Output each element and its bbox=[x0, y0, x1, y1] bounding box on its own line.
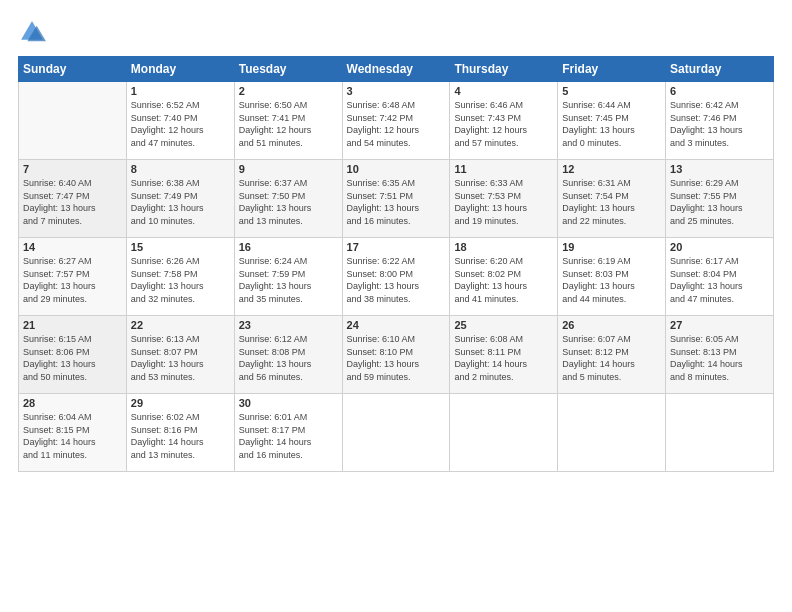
calendar-cell: 23Sunrise: 6:12 AMSunset: 8:08 PMDayligh… bbox=[234, 316, 342, 394]
day-number: 6 bbox=[670, 85, 769, 97]
calendar-weekday-monday: Monday bbox=[126, 57, 234, 82]
calendar-cell: 2Sunrise: 6:50 AMSunset: 7:41 PMDaylight… bbox=[234, 82, 342, 160]
day-number: 23 bbox=[239, 319, 338, 331]
calendar-cell: 5Sunrise: 6:44 AMSunset: 7:45 PMDaylight… bbox=[558, 82, 666, 160]
day-number: 7 bbox=[23, 163, 122, 175]
calendar-cell: 11Sunrise: 6:33 AMSunset: 7:53 PMDayligh… bbox=[450, 160, 558, 238]
day-number: 19 bbox=[562, 241, 661, 253]
day-info: Sunrise: 6:35 AMSunset: 7:51 PMDaylight:… bbox=[347, 177, 446, 227]
calendar-cell: 30Sunrise: 6:01 AMSunset: 8:17 PMDayligh… bbox=[234, 394, 342, 472]
day-info: Sunrise: 6:07 AMSunset: 8:12 PMDaylight:… bbox=[562, 333, 661, 383]
calendar-table: SundayMondayTuesdayWednesdayThursdayFrid… bbox=[18, 56, 774, 472]
calendar-cell bbox=[666, 394, 774, 472]
calendar-header-row: SundayMondayTuesdayWednesdayThursdayFrid… bbox=[19, 57, 774, 82]
calendar-week-row: 7Sunrise: 6:40 AMSunset: 7:47 PMDaylight… bbox=[19, 160, 774, 238]
day-number: 30 bbox=[239, 397, 338, 409]
day-info: Sunrise: 6:13 AMSunset: 8:07 PMDaylight:… bbox=[131, 333, 230, 383]
day-info: Sunrise: 6:17 AMSunset: 8:04 PMDaylight:… bbox=[670, 255, 769, 305]
calendar-cell: 6Sunrise: 6:42 AMSunset: 7:46 PMDaylight… bbox=[666, 82, 774, 160]
day-number: 18 bbox=[454, 241, 553, 253]
day-info: Sunrise: 6:31 AMSunset: 7:54 PMDaylight:… bbox=[562, 177, 661, 227]
calendar-weekday-wednesday: Wednesday bbox=[342, 57, 450, 82]
calendar-cell: 3Sunrise: 6:48 AMSunset: 7:42 PMDaylight… bbox=[342, 82, 450, 160]
calendar-cell: 24Sunrise: 6:10 AMSunset: 8:10 PMDayligh… bbox=[342, 316, 450, 394]
day-info: Sunrise: 6:20 AMSunset: 8:02 PMDaylight:… bbox=[454, 255, 553, 305]
day-info: Sunrise: 6:27 AMSunset: 7:57 PMDaylight:… bbox=[23, 255, 122, 305]
day-info: Sunrise: 6:42 AMSunset: 7:46 PMDaylight:… bbox=[670, 99, 769, 149]
day-number: 14 bbox=[23, 241, 122, 253]
header bbox=[18, 18, 774, 46]
day-number: 8 bbox=[131, 163, 230, 175]
day-number: 1 bbox=[131, 85, 230, 97]
calendar-cell: 13Sunrise: 6:29 AMSunset: 7:55 PMDayligh… bbox=[666, 160, 774, 238]
calendar-week-row: 28Sunrise: 6:04 AMSunset: 8:15 PMDayligh… bbox=[19, 394, 774, 472]
calendar-cell: 27Sunrise: 6:05 AMSunset: 8:13 PMDayligh… bbox=[666, 316, 774, 394]
calendar-week-row: 21Sunrise: 6:15 AMSunset: 8:06 PMDayligh… bbox=[19, 316, 774, 394]
day-number: 16 bbox=[239, 241, 338, 253]
day-number: 25 bbox=[454, 319, 553, 331]
day-info: Sunrise: 6:10 AMSunset: 8:10 PMDaylight:… bbox=[347, 333, 446, 383]
calendar-cell: 8Sunrise: 6:38 AMSunset: 7:49 PMDaylight… bbox=[126, 160, 234, 238]
calendar-cell: 16Sunrise: 6:24 AMSunset: 7:59 PMDayligh… bbox=[234, 238, 342, 316]
day-info: Sunrise: 6:40 AMSunset: 7:47 PMDaylight:… bbox=[23, 177, 122, 227]
day-number: 26 bbox=[562, 319, 661, 331]
day-info: Sunrise: 6:05 AMSunset: 8:13 PMDaylight:… bbox=[670, 333, 769, 383]
day-info: Sunrise: 6:50 AMSunset: 7:41 PMDaylight:… bbox=[239, 99, 338, 149]
day-number: 5 bbox=[562, 85, 661, 97]
calendar-cell: 12Sunrise: 6:31 AMSunset: 7:54 PMDayligh… bbox=[558, 160, 666, 238]
day-info: Sunrise: 6:15 AMSunset: 8:06 PMDaylight:… bbox=[23, 333, 122, 383]
day-info: Sunrise: 6:08 AMSunset: 8:11 PMDaylight:… bbox=[454, 333, 553, 383]
calendar-weekday-sunday: Sunday bbox=[19, 57, 127, 82]
day-info: Sunrise: 6:19 AMSunset: 8:03 PMDaylight:… bbox=[562, 255, 661, 305]
calendar-weekday-thursday: Thursday bbox=[450, 57, 558, 82]
day-info: Sunrise: 6:37 AMSunset: 7:50 PMDaylight:… bbox=[239, 177, 338, 227]
day-info: Sunrise: 6:24 AMSunset: 7:59 PMDaylight:… bbox=[239, 255, 338, 305]
day-info: Sunrise: 6:46 AMSunset: 7:43 PMDaylight:… bbox=[454, 99, 553, 149]
calendar-cell bbox=[558, 394, 666, 472]
calendar-cell: 1Sunrise: 6:52 AMSunset: 7:40 PMDaylight… bbox=[126, 82, 234, 160]
day-info: Sunrise: 6:01 AMSunset: 8:17 PMDaylight:… bbox=[239, 411, 338, 461]
calendar-cell: 25Sunrise: 6:08 AMSunset: 8:11 PMDayligh… bbox=[450, 316, 558, 394]
calendar-cell: 20Sunrise: 6:17 AMSunset: 8:04 PMDayligh… bbox=[666, 238, 774, 316]
calendar-week-row: 14Sunrise: 6:27 AMSunset: 7:57 PMDayligh… bbox=[19, 238, 774, 316]
day-number: 21 bbox=[23, 319, 122, 331]
day-number: 20 bbox=[670, 241, 769, 253]
calendar-cell: 21Sunrise: 6:15 AMSunset: 8:06 PMDayligh… bbox=[19, 316, 127, 394]
day-number: 13 bbox=[670, 163, 769, 175]
calendar-cell: 4Sunrise: 6:46 AMSunset: 7:43 PMDaylight… bbox=[450, 82, 558, 160]
day-info: Sunrise: 6:22 AMSunset: 8:00 PMDaylight:… bbox=[347, 255, 446, 305]
day-info: Sunrise: 6:52 AMSunset: 7:40 PMDaylight:… bbox=[131, 99, 230, 149]
day-number: 22 bbox=[131, 319, 230, 331]
day-info: Sunrise: 6:04 AMSunset: 8:15 PMDaylight:… bbox=[23, 411, 122, 461]
day-info: Sunrise: 6:48 AMSunset: 7:42 PMDaylight:… bbox=[347, 99, 446, 149]
calendar-cell: 28Sunrise: 6:04 AMSunset: 8:15 PMDayligh… bbox=[19, 394, 127, 472]
day-number: 29 bbox=[131, 397, 230, 409]
calendar-cell: 26Sunrise: 6:07 AMSunset: 8:12 PMDayligh… bbox=[558, 316, 666, 394]
calendar-cell bbox=[450, 394, 558, 472]
day-number: 3 bbox=[347, 85, 446, 97]
logo-icon bbox=[18, 18, 46, 46]
day-number: 24 bbox=[347, 319, 446, 331]
day-number: 11 bbox=[454, 163, 553, 175]
calendar-cell: 7Sunrise: 6:40 AMSunset: 7:47 PMDaylight… bbox=[19, 160, 127, 238]
day-info: Sunrise: 6:44 AMSunset: 7:45 PMDaylight:… bbox=[562, 99, 661, 149]
day-number: 4 bbox=[454, 85, 553, 97]
calendar-cell: 15Sunrise: 6:26 AMSunset: 7:58 PMDayligh… bbox=[126, 238, 234, 316]
calendar-cell: 10Sunrise: 6:35 AMSunset: 7:51 PMDayligh… bbox=[342, 160, 450, 238]
calendar-cell: 29Sunrise: 6:02 AMSunset: 8:16 PMDayligh… bbox=[126, 394, 234, 472]
day-info: Sunrise: 6:02 AMSunset: 8:16 PMDaylight:… bbox=[131, 411, 230, 461]
day-number: 28 bbox=[23, 397, 122, 409]
day-info: Sunrise: 6:26 AMSunset: 7:58 PMDaylight:… bbox=[131, 255, 230, 305]
page: SundayMondayTuesdayWednesdayThursdayFrid… bbox=[0, 0, 792, 612]
calendar-cell: 14Sunrise: 6:27 AMSunset: 7:57 PMDayligh… bbox=[19, 238, 127, 316]
day-info: Sunrise: 6:29 AMSunset: 7:55 PMDaylight:… bbox=[670, 177, 769, 227]
calendar-cell: 22Sunrise: 6:13 AMSunset: 8:07 PMDayligh… bbox=[126, 316, 234, 394]
day-number: 12 bbox=[562, 163, 661, 175]
day-info: Sunrise: 6:33 AMSunset: 7:53 PMDaylight:… bbox=[454, 177, 553, 227]
day-number: 9 bbox=[239, 163, 338, 175]
day-info: Sunrise: 6:12 AMSunset: 8:08 PMDaylight:… bbox=[239, 333, 338, 383]
calendar-cell: 9Sunrise: 6:37 AMSunset: 7:50 PMDaylight… bbox=[234, 160, 342, 238]
day-info: Sunrise: 6:38 AMSunset: 7:49 PMDaylight:… bbox=[131, 177, 230, 227]
calendar-weekday-tuesday: Tuesday bbox=[234, 57, 342, 82]
day-number: 10 bbox=[347, 163, 446, 175]
